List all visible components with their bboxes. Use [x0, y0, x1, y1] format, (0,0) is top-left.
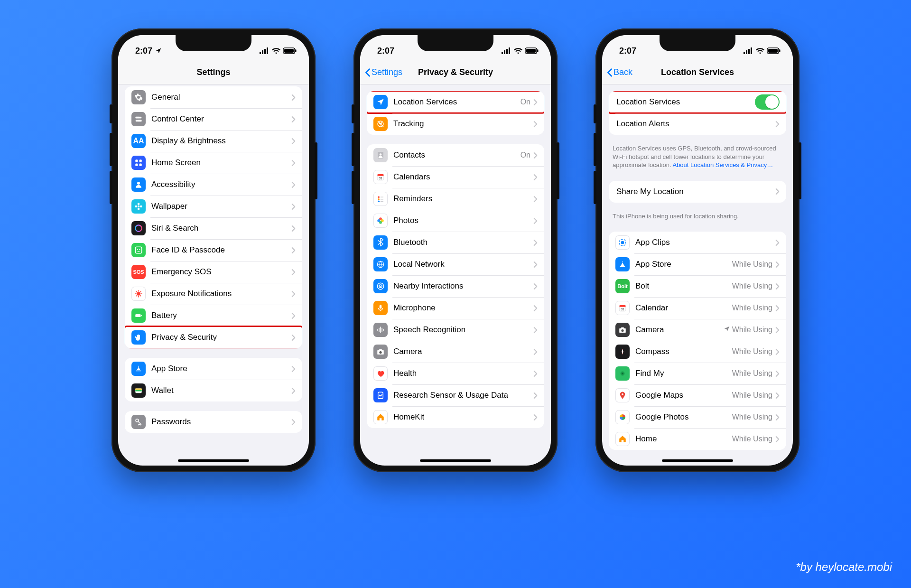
- row-display-brightness[interactable]: AADisplay & Brightness: [125, 130, 302, 152]
- row-control-center[interactable]: Control Center: [125, 108, 302, 130]
- back-button[interactable]: Settings: [365, 67, 402, 77]
- row-home[interactable]: HomeWhile Using: [609, 428, 786, 450]
- svg-point-87: [621, 329, 623, 332]
- row-bluetooth[interactable]: Bluetooth: [367, 232, 544, 253]
- compass-icon: [615, 345, 630, 359]
- chevron-right-icon: [533, 348, 538, 355]
- toggle-switch[interactable]: [755, 94, 780, 110]
- row-microphone[interactable]: Microphone: [367, 297, 544, 319]
- phone-location-services: 2:07 Back Location Services Location Ser…: [595, 28, 799, 472]
- row-siri-search[interactable]: Siri & Search: [125, 217, 302, 239]
- row-label: Local Network: [393, 260, 533, 269]
- row-detail: While Using: [732, 347, 772, 356]
- svg-rect-1: [262, 50, 263, 54]
- contacts-icon: [373, 148, 388, 162]
- row-bolt[interactable]: BoltBoltWhile Using: [609, 275, 786, 297]
- row-google-photos[interactable]: Google PhotosWhile Using: [609, 406, 786, 428]
- back-label: Back: [614, 67, 632, 77]
- row-label: Face ID & Passcode: [151, 245, 291, 255]
- home-indicator[interactable]: [662, 459, 733, 462]
- svg-point-62: [377, 219, 380, 222]
- back-button[interactable]: Back: [607, 67, 632, 77]
- row-camera[interactable]: CameraWhile Using: [609, 319, 786, 341]
- svg-rect-69: [379, 328, 380, 332]
- row-label: Privacy & Security: [151, 333, 291, 342]
- chevron-right-icon: [533, 305, 538, 312]
- row-location-alerts[interactable]: Location Alerts: [609, 113, 786, 135]
- row-passwords[interactable]: Passwords: [125, 411, 302, 433]
- svg-point-8: [140, 117, 142, 119]
- row-label: App Clips: [635, 238, 775, 247]
- chevron-right-icon: [533, 121, 538, 128]
- chevron-right-icon: [291, 94, 296, 101]
- row-label: Location Services: [393, 97, 521, 107]
- row-contacts[interactable]: ContactsOn: [367, 144, 544, 166]
- row-privacy-security[interactable]: Privacy & Security: [125, 327, 302, 348]
- row-research-sensor-usage-data[interactable]: Research Sensor & Usage Data: [367, 384, 544, 406]
- row-share-my-location[interactable]: Share My Location: [609, 181, 786, 203]
- row-camera[interactable]: Camera: [367, 341, 544, 363]
- row-home-screen[interactable]: Home Screen: [125, 152, 302, 174]
- svg-line-33: [136, 295, 137, 296]
- row-app-store[interactable]: App Store: [125, 358, 302, 380]
- row-health[interactable]: Health: [367, 363, 544, 384]
- chevron-right-icon: [775, 392, 780, 399]
- svg-rect-37: [135, 389, 142, 390]
- svg-rect-51: [377, 174, 384, 176]
- wifi-icon: [514, 47, 522, 54]
- chevron-right-icon: [533, 392, 538, 399]
- siri-icon: [131, 221, 146, 235]
- row-accessibility[interactable]: Accessibility: [125, 174, 302, 196]
- wifi-icon: [272, 47, 280, 54]
- row-calendar[interactable]: 31CalendarWhile Using: [609, 297, 786, 319]
- svg-point-16: [138, 205, 140, 208]
- row-detail: On: [521, 151, 530, 159]
- svg-point-73: [379, 351, 381, 354]
- row-battery[interactable]: Battery: [125, 305, 302, 327]
- row-compass[interactable]: CompassWhile Using: [609, 341, 786, 363]
- row-wallpaper[interactable]: Wallpaper: [125, 196, 302, 217]
- svg-point-66: [380, 286, 381, 287]
- row-tracking[interactable]: Tracking: [367, 113, 544, 135]
- row-label: HomeKit: [393, 412, 533, 422]
- privacy-link[interactable]: About Location Services & Privacy…: [672, 161, 773, 168]
- nav-header: Settings: [118, 61, 309, 84]
- svg-point-92: [622, 393, 623, 395]
- row-calendars[interactable]: 31Calendars: [367, 166, 544, 188]
- chevron-right-icon: [775, 239, 780, 246]
- row-emergency-sos[interactable]: SOSEmergency SOS: [125, 261, 302, 283]
- row-location-services[interactable]: Location Services: [609, 91, 786, 113]
- row-local-network[interactable]: Local Network: [367, 253, 544, 275]
- row-wallet[interactable]: Wallet: [125, 380, 302, 401]
- home-indicator[interactable]: [178, 459, 249, 462]
- chevron-right-icon: [775, 436, 780, 443]
- svg-line-31: [140, 295, 141, 296]
- chevron-right-icon: [533, 152, 538, 159]
- row-homekit[interactable]: HomeKit: [367, 406, 544, 428]
- battery-icon: [767, 47, 781, 54]
- row-google-maps[interactable]: Google MapsWhile Using: [609, 384, 786, 406]
- row-label: Bluetooth: [393, 238, 533, 247]
- svg-point-20: [140, 205, 142, 208]
- row-app-store[interactable]: App StoreWhile Using: [609, 253, 786, 275]
- row-photos[interactable]: Photos: [367, 210, 544, 232]
- row-nearby-interactions[interactable]: Nearby Interactions: [367, 275, 544, 297]
- row-find-my[interactable]: Find MyWhile Using: [609, 363, 786, 384]
- row-app-clips[interactable]: App Clips: [609, 232, 786, 253]
- svg-rect-46: [537, 49, 539, 52]
- row-face-id-passcode[interactable]: Face ID & Passcode: [125, 239, 302, 261]
- chevron-right-icon: [775, 261, 780, 268]
- row-speech-recognition[interactable]: Speech Recognition: [367, 319, 544, 341]
- row-location-services[interactable]: Location ServicesOn: [367, 91, 544, 113]
- svg-rect-80: [768, 49, 778, 53]
- svg-rect-14: [139, 164, 142, 166]
- svg-point-19: [135, 205, 138, 208]
- row-reminders[interactable]: Reminders: [367, 188, 544, 210]
- row-exposure-notifications[interactable]: Exposure Notifications: [125, 283, 302, 305]
- home-indicator[interactable]: [420, 459, 491, 462]
- row-label: Emergency SOS: [151, 267, 291, 277]
- gmaps-icon: [615, 388, 630, 402]
- wifi-icon: [756, 47, 764, 54]
- location-arrow-icon: [155, 47, 162, 54]
- row-general[interactable]: General: [125, 86, 302, 108]
